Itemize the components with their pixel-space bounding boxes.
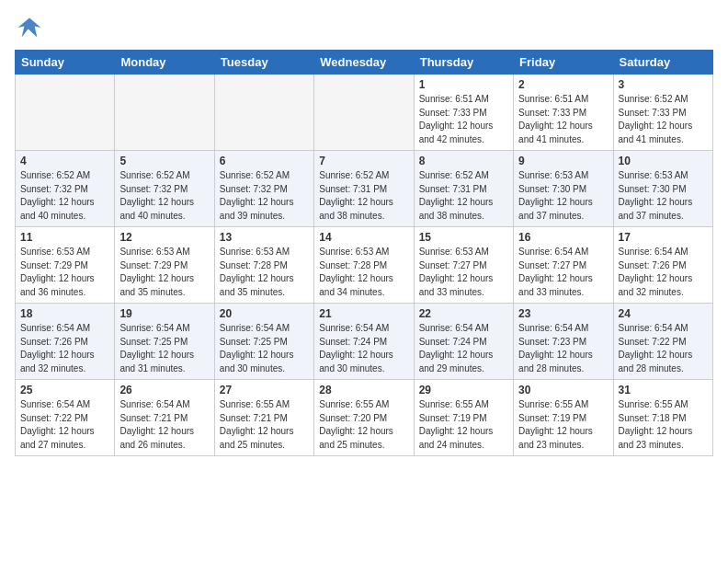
day-info: Sunrise: 6:55 AMSunset: 7:19 PMDaylight:… xyxy=(518,398,608,452)
calendar-day-cell: 30Sunrise: 6:55 AMSunset: 7:19 PMDayligh… xyxy=(514,380,613,456)
day-info: Sunrise: 6:54 AMSunset: 7:25 PMDaylight:… xyxy=(220,322,309,375)
calendar-day-cell: 18Sunrise: 6:54 AMSunset: 7:26 PMDayligh… xyxy=(16,304,115,380)
day-number: 23 xyxy=(518,307,608,320)
day-info: Sunrise: 6:51 AMSunset: 7:33 PMDaylight:… xyxy=(518,93,608,146)
calendar-day-cell: 8Sunrise: 6:52 AMSunset: 7:31 PMDaylight… xyxy=(414,151,513,227)
calendar-day-cell: 24Sunrise: 6:54 AMSunset: 7:22 PMDayligh… xyxy=(613,304,712,380)
calendar-day-cell: 16Sunrise: 6:54 AMSunset: 7:27 PMDayligh… xyxy=(514,227,613,304)
calendar-day-cell: 21Sunrise: 6:54 AMSunset: 7:24 PMDayligh… xyxy=(314,304,414,380)
calendar-week-row: 4Sunrise: 6:52 AMSunset: 7:32 PMDaylight… xyxy=(16,151,713,227)
calendar-day-cell: 31Sunrise: 6:55 AMSunset: 7:18 PMDayligh… xyxy=(613,380,712,456)
day-number: 26 xyxy=(119,384,209,396)
weekday-header-tuesday: Tuesday xyxy=(214,51,313,75)
day-number: 16 xyxy=(518,231,608,244)
calendar-day-cell: 28Sunrise: 6:55 AMSunset: 7:20 PMDayligh… xyxy=(314,380,414,456)
day-number: 11 xyxy=(20,231,109,244)
day-info: Sunrise: 6:53 AMSunset: 7:28 PMDaylight:… xyxy=(220,246,309,299)
day-info: Sunrise: 6:54 AMSunset: 7:24 PMDaylight:… xyxy=(319,322,408,375)
day-info: Sunrise: 6:53 AMSunset: 7:28 PMDaylight:… xyxy=(319,246,408,299)
day-info: Sunrise: 6:53 AMSunset: 7:30 PMDaylight:… xyxy=(518,169,608,223)
day-number: 22 xyxy=(419,307,508,320)
day-number: 28 xyxy=(319,384,408,396)
calendar-week-row: 1Sunrise: 6:51 AMSunset: 7:33 PMDaylight… xyxy=(16,75,713,151)
calendar-day-cell xyxy=(214,75,313,151)
calendar-day-cell: 12Sunrise: 6:53 AMSunset: 7:29 PMDayligh… xyxy=(115,227,214,304)
logo xyxy=(15,15,42,40)
calendar-table: SundayMondayTuesdayWednesdayThursdayFrid… xyxy=(15,50,713,456)
calendar-day-cell: 27Sunrise: 6:55 AMSunset: 7:21 PMDayligh… xyxy=(214,380,313,456)
day-number: 21 xyxy=(319,307,408,320)
calendar-day-cell: 25Sunrise: 6:54 AMSunset: 7:22 PMDayligh… xyxy=(16,380,115,456)
day-number: 2 xyxy=(518,78,608,91)
calendar-day-cell: 29Sunrise: 6:55 AMSunset: 7:19 PMDayligh… xyxy=(414,380,513,456)
calendar-week-row: 25Sunrise: 6:54 AMSunset: 7:22 PMDayligh… xyxy=(16,380,713,456)
day-info: Sunrise: 6:53 AMSunset: 7:27 PMDaylight:… xyxy=(419,246,508,299)
day-number: 18 xyxy=(20,307,109,320)
weekday-header-thursday: Thursday xyxy=(414,51,513,75)
day-number: 24 xyxy=(619,307,708,320)
day-info: Sunrise: 6:52 AMSunset: 7:32 PMDaylight:… xyxy=(220,169,309,223)
day-number: 27 xyxy=(220,384,309,396)
day-info: Sunrise: 6:54 AMSunset: 7:22 PMDaylight:… xyxy=(20,398,109,452)
calendar-day-cell: 15Sunrise: 6:53 AMSunset: 7:27 PMDayligh… xyxy=(414,227,513,304)
calendar-day-cell: 2Sunrise: 6:51 AMSunset: 7:33 PMDaylight… xyxy=(514,75,613,151)
day-info: Sunrise: 6:55 AMSunset: 7:21 PMDaylight:… xyxy=(220,398,309,452)
day-info: Sunrise: 6:53 AMSunset: 7:30 PMDaylight:… xyxy=(619,169,708,223)
day-number: 13 xyxy=(220,231,309,244)
weekday-header-monday: Monday xyxy=(115,51,214,75)
calendar-day-cell: 11Sunrise: 6:53 AMSunset: 7:29 PMDayligh… xyxy=(16,227,115,304)
day-info: Sunrise: 6:55 AMSunset: 7:19 PMDaylight:… xyxy=(419,398,508,452)
calendar-day-cell: 1Sunrise: 6:51 AMSunset: 7:33 PMDaylight… xyxy=(414,75,513,151)
day-number: 1 xyxy=(419,78,508,91)
calendar-day-cell: 17Sunrise: 6:54 AMSunset: 7:26 PMDayligh… xyxy=(613,227,712,304)
day-info: Sunrise: 6:52 AMSunset: 7:31 PMDaylight:… xyxy=(419,169,508,223)
day-info: Sunrise: 6:51 AMSunset: 7:33 PMDaylight:… xyxy=(419,93,508,146)
day-number: 12 xyxy=(119,231,209,244)
calendar-week-row: 11Sunrise: 6:53 AMSunset: 7:29 PMDayligh… xyxy=(16,227,713,304)
day-info: Sunrise: 6:52 AMSunset: 7:31 PMDaylight:… xyxy=(319,169,408,223)
logo-icon xyxy=(17,15,42,40)
day-info: Sunrise: 6:55 AMSunset: 7:18 PMDaylight:… xyxy=(619,398,708,452)
day-number: 9 xyxy=(518,155,608,167)
day-number: 25 xyxy=(20,384,109,396)
calendar-day-cell: 13Sunrise: 6:53 AMSunset: 7:28 PMDayligh… xyxy=(214,227,313,304)
day-info: Sunrise: 6:54 AMSunset: 7:23 PMDaylight:… xyxy=(518,322,608,375)
calendar-day-cell: 22Sunrise: 6:54 AMSunset: 7:24 PMDayligh… xyxy=(414,304,513,380)
day-number: 20 xyxy=(220,307,309,320)
day-info: Sunrise: 6:54 AMSunset: 7:24 PMDaylight:… xyxy=(419,322,508,375)
day-info: Sunrise: 6:52 AMSunset: 7:32 PMDaylight:… xyxy=(20,169,109,223)
day-number: 10 xyxy=(619,155,708,167)
calendar-day-cell: 9Sunrise: 6:53 AMSunset: 7:30 PMDaylight… xyxy=(514,151,613,227)
day-number: 5 xyxy=(119,155,209,167)
day-info: Sunrise: 6:52 AMSunset: 7:32 PMDaylight:… xyxy=(119,169,209,223)
weekday-header-row: SundayMondayTuesdayWednesdayThursdayFrid… xyxy=(16,51,713,75)
weekday-header-wednesday: Wednesday xyxy=(314,51,414,75)
day-number: 3 xyxy=(619,78,708,91)
day-number: 8 xyxy=(419,155,508,167)
day-info: Sunrise: 6:54 AMSunset: 7:26 PMDaylight:… xyxy=(619,246,708,299)
day-number: 6 xyxy=(220,155,309,167)
calendar-day-cell: 10Sunrise: 6:53 AMSunset: 7:30 PMDayligh… xyxy=(613,151,712,227)
calendar-day-cell: 23Sunrise: 6:54 AMSunset: 7:23 PMDayligh… xyxy=(514,304,613,380)
day-number: 29 xyxy=(419,384,508,396)
calendar-day-cell: 26Sunrise: 6:54 AMSunset: 7:21 PMDayligh… xyxy=(115,380,214,456)
calendar-day-cell: 4Sunrise: 6:52 AMSunset: 7:32 PMDaylight… xyxy=(16,151,115,227)
page-header xyxy=(15,15,713,40)
day-info: Sunrise: 6:53 AMSunset: 7:29 PMDaylight:… xyxy=(20,246,109,299)
day-info: Sunrise: 6:54 AMSunset: 7:21 PMDaylight:… xyxy=(119,398,209,452)
weekday-header-saturday: Saturday xyxy=(613,51,712,75)
calendar-day-cell xyxy=(314,75,414,151)
calendar-week-row: 18Sunrise: 6:54 AMSunset: 7:26 PMDayligh… xyxy=(16,304,713,380)
day-info: Sunrise: 6:55 AMSunset: 7:20 PMDaylight:… xyxy=(319,398,408,452)
calendar-day-cell xyxy=(16,75,115,151)
calendar-day-cell: 5Sunrise: 6:52 AMSunset: 7:32 PMDaylight… xyxy=(115,151,214,227)
day-number: 7 xyxy=(319,155,408,167)
day-info: Sunrise: 6:54 AMSunset: 7:26 PMDaylight:… xyxy=(20,322,109,375)
day-number: 14 xyxy=(319,231,408,244)
calendar-day-cell: 20Sunrise: 6:54 AMSunset: 7:25 PMDayligh… xyxy=(214,304,313,380)
day-number: 30 xyxy=(518,384,608,396)
day-number: 4 xyxy=(20,155,109,167)
day-info: Sunrise: 6:54 AMSunset: 7:22 PMDaylight:… xyxy=(619,322,708,375)
day-info: Sunrise: 6:54 AMSunset: 7:25 PMDaylight:… xyxy=(119,322,209,375)
weekday-header-friday: Friday xyxy=(514,51,613,75)
